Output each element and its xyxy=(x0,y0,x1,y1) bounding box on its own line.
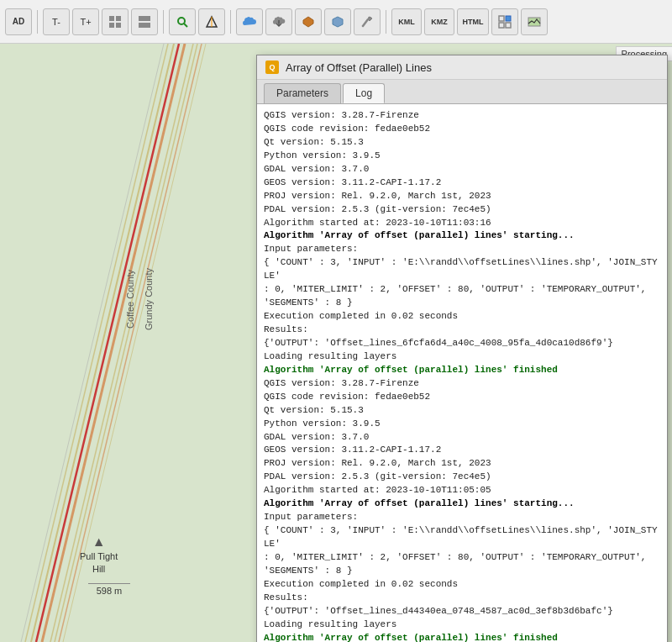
vector-button[interactable] xyxy=(198,8,225,35)
t-plus-button[interactable]: T+ xyxy=(72,8,99,35)
sep2 xyxy=(163,10,164,34)
kml-button[interactable]: KML xyxy=(391,8,422,35)
svg-line-1 xyxy=(55,44,197,642)
log-line: QGIS version: 3.28.7-Firenze xyxy=(264,109,660,123)
log-line: Input parameters: xyxy=(264,511,660,524)
place-label: ▲ Pull TightHill xyxy=(80,534,118,575)
sep4 xyxy=(386,10,386,34)
svg-rect-12 xyxy=(116,23,121,28)
svg-rect-10 xyxy=(116,16,121,21)
svg-line-16 xyxy=(184,24,187,27)
log-line: Algorithm 'Array of offset (parallel) li… xyxy=(264,497,660,511)
county2-label: Grundy County xyxy=(144,268,154,330)
log-line: Python version: 3.9.5 xyxy=(264,150,660,163)
log-line: Algorithm 'Array of offset (parallel) li… xyxy=(264,229,660,243)
download-button[interactable] xyxy=(265,8,292,35)
svg-point-15 xyxy=(178,18,185,24)
log-line: Python version: 3.9.5 xyxy=(264,418,660,431)
dialog-title: Array of Offset (Parallel) Lines xyxy=(286,61,659,74)
log-line: Results: xyxy=(264,592,660,605)
log-line: Execution completed in 0.02 seconds xyxy=(264,310,660,324)
layer-icon2-button[interactable] xyxy=(131,8,158,35)
log-line: Algorithm 'Array of offset (parallel) li… xyxy=(264,364,660,377)
algorithm-dialog: Q Array of Offset (Parallel) Lines Param… xyxy=(256,55,668,642)
log-line: Results: xyxy=(264,324,660,337)
map-img-button[interactable] xyxy=(521,8,548,35)
distance-label: 598 m xyxy=(88,583,130,596)
svg-line-20 xyxy=(363,19,368,26)
log-line: Qt version: 5.15.3 xyxy=(264,136,660,150)
log-line: PDAL version: 2.5.3 (git-version: 7ec4e5… xyxy=(264,203,660,217)
svg-rect-22 xyxy=(506,16,511,21)
log-line: Qt version: 5.15.3 xyxy=(264,404,660,418)
log-line: PROJ version: Rel. 9.2.0, March 1st, 202… xyxy=(264,457,660,471)
log-line: { 'COUNT' : 3, 'INPUT' : 'E:\\randd\\off… xyxy=(264,524,660,578)
log-line: Algorithm 'Array of offset (parallel) li… xyxy=(264,632,660,642)
add-layer-button[interactable]: AD xyxy=(5,8,32,35)
log-line: Input parameters: xyxy=(264,243,660,256)
log-line: GEOS version: 3.11.2-CAPI-1.17.2 xyxy=(264,444,660,457)
layer-icon1-button[interactable] xyxy=(102,8,129,35)
dialog-titlebar: Q Array of Offset (Parallel) Lines xyxy=(257,55,667,80)
sep1 xyxy=(37,10,38,34)
county1-label: Coffee County xyxy=(125,270,135,329)
log-line: GDAL version: 3.7.0 xyxy=(264,431,660,445)
log-line: Algorithm started at: 2023-10-10T11:05:0… xyxy=(264,484,660,497)
svg-rect-13 xyxy=(139,16,150,21)
t-minus-button[interactable]: T- xyxy=(43,8,70,35)
log-line: Execution completed in 0.02 seconds xyxy=(264,578,660,592)
log-output[interactable]: QGIS version: 3.28.7-FirenzeQGIS code re… xyxy=(257,104,667,642)
grid-button[interactable] xyxy=(491,8,518,35)
log-line: PROJ version: Rel. 9.2.0, March 1st, 202… xyxy=(264,190,660,203)
log-line: PDAL version: 2.5.3 (git-version: 7ec4e5… xyxy=(264,471,660,484)
cube1-button[interactable] xyxy=(295,8,322,35)
tools-button[interactable] xyxy=(354,8,381,35)
svg-rect-24 xyxy=(506,23,511,28)
log-line: Loading resulting layers xyxy=(264,618,660,632)
log-line: QGIS code revision: fedae0eb52 xyxy=(264,123,660,136)
log-line: QGIS version: 3.28.7-Firenze xyxy=(264,377,660,391)
cube2-button[interactable] xyxy=(324,8,351,35)
log-line: { 'COUNT' : 3, 'INPUT' : 'E:\\randd\\off… xyxy=(264,256,660,310)
log-line: QGIS code revision: fedae0eb52 xyxy=(264,391,660,404)
svg-rect-23 xyxy=(499,23,504,28)
log-line: GDAL version: 3.7.0 xyxy=(264,163,660,176)
tab-parameters[interactable]: Parameters xyxy=(264,83,341,103)
svg-rect-21 xyxy=(499,16,504,21)
search-button[interactable] xyxy=(169,8,196,35)
svg-rect-9 xyxy=(109,16,114,21)
kmz-button[interactable]: KMZ xyxy=(424,8,454,35)
log-line: Algorithm started at: 2023-10-10T11:03:1… xyxy=(264,217,660,230)
cloud-button[interactable] xyxy=(236,8,263,35)
log-line: GEOS version: 3.11.2-CAPI-1.17.2 xyxy=(264,176,660,190)
svg-line-0 xyxy=(50,44,193,642)
tab-log[interactable]: Log xyxy=(343,83,385,103)
log-line: {'OUTPUT': 'Offset_lines_6fcfa6d4_a40c_4… xyxy=(264,337,660,350)
log-line: {'OUTPUT': 'Offset_lines_d44340ea_0748_4… xyxy=(264,605,660,618)
dialog-tabs: Parameters Log xyxy=(257,80,667,104)
svg-rect-11 xyxy=(109,23,114,28)
qgis-logo: Q xyxy=(265,61,279,74)
sep3 xyxy=(230,10,231,34)
html-button[interactable]: HTML xyxy=(457,8,489,35)
log-line: Loading resulting layers xyxy=(264,350,660,364)
main-toolbar: AD T- T+ KML KMZ HTML xyxy=(0,0,672,44)
svg-rect-14 xyxy=(139,23,150,28)
